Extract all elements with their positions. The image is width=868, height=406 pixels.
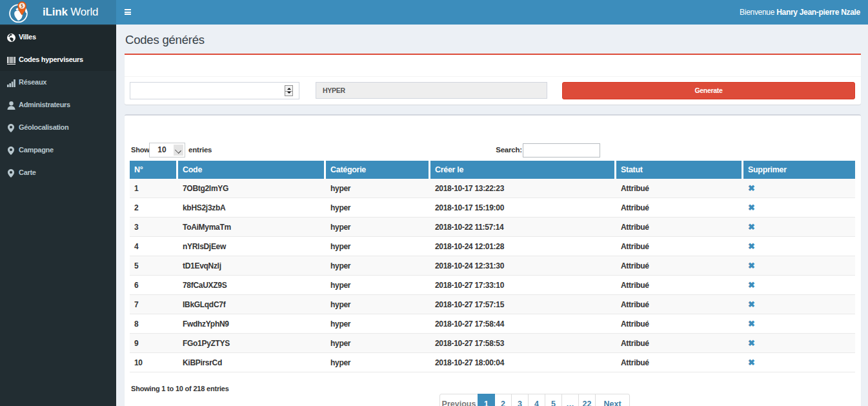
svg-text:$: $ xyxy=(21,3,23,9)
